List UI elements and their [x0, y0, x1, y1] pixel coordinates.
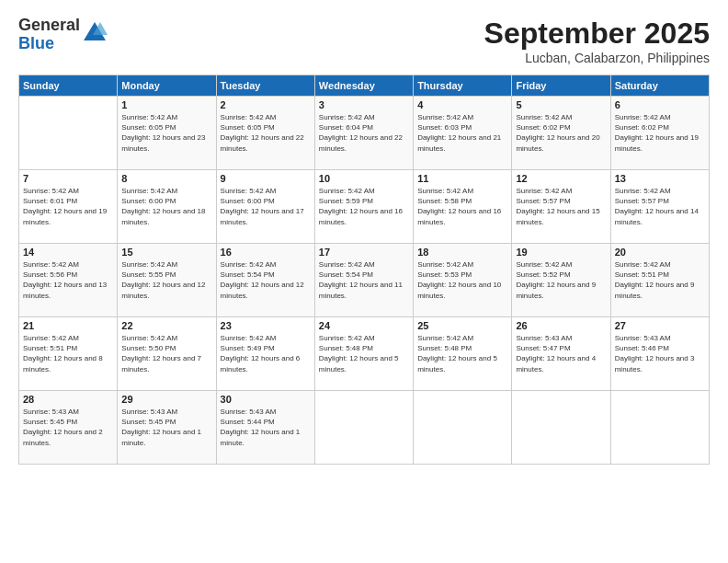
day-number: 30: [221, 394, 311, 405]
logo-text: General Blue: [18, 17, 80, 53]
day-number: 1: [121, 99, 211, 110]
day-number: 4: [417, 99, 507, 110]
day-number: 7: [23, 173, 113, 184]
header: General Blue September 2025 Lucban, Cala…: [18, 17, 710, 65]
day-info: Sunrise: 5:43 AMSunset: 5:47 PMDaylight:…: [516, 333, 606, 374]
month-title: September 2025: [484, 17, 710, 51]
day-info: Sunrise: 5:43 AMSunset: 5:44 PMDaylight:…: [221, 407, 311, 448]
day-info: Sunrise: 5:42 AMSunset: 5:54 PMDaylight:…: [319, 259, 409, 301]
day-number: 26: [516, 320, 606, 331]
table-row: 16Sunrise: 5:42 AMSunset: 5:54 PMDayligh…: [216, 244, 314, 317]
day-number: 22: [121, 320, 211, 331]
day-number: 11: [417, 173, 507, 184]
table-row: 17Sunrise: 5:42 AMSunset: 5:54 PMDayligh…: [314, 244, 413, 317]
table-row: 11Sunrise: 5:42 AMSunset: 5:58 PMDayligh…: [414, 170, 512, 244]
day-number: 5: [516, 99, 606, 110]
day-info: Sunrise: 5:42 AMSunset: 5:57 PMDaylight:…: [516, 186, 606, 227]
day-number: 3: [319, 99, 409, 110]
table-row: 18Sunrise: 5:42 AMSunset: 5:53 PMDayligh…: [414, 244, 512, 317]
table-row: 3Sunrise: 5:42 AMSunset: 6:04 PMDaylight…: [314, 97, 413, 170]
table-row: [512, 391, 610, 465]
table-row: [314, 391, 413, 465]
table-row: 8Sunrise: 5:42 AMSunset: 6:00 PMDaylight…: [118, 170, 216, 244]
day-info: Sunrise: 5:42 AMSunset: 5:51 PMDaylight:…: [23, 333, 113, 374]
day-number: 14: [23, 247, 113, 258]
logo-general: General: [18, 17, 80, 35]
day-info: Sunrise: 5:42 AMSunset: 6:03 PMDaylight:…: [417, 112, 507, 154]
day-info: Sunrise: 5:42 AMSunset: 5:59 PMDaylight:…: [319, 186, 409, 227]
day-number: 20: [615, 247, 705, 258]
logo: General Blue: [18, 17, 108, 53]
day-info: Sunrise: 5:42 AMSunset: 6:02 PMDaylight:…: [615, 112, 705, 154]
day-info: Sunrise: 5:42 AMSunset: 5:52 PMDaylight:…: [516, 259, 606, 301]
table-row: 21Sunrise: 5:42 AMSunset: 5:51 PMDayligh…: [19, 317, 118, 391]
table-row: 22Sunrise: 5:42 AMSunset: 5:50 PMDayligh…: [118, 317, 216, 391]
day-number: 8: [121, 173, 211, 184]
day-number: 18: [417, 247, 507, 258]
header-saturday: Saturday: [610, 75, 709, 97]
table-row: 9Sunrise: 5:42 AMSunset: 6:00 PMDaylight…: [216, 170, 314, 244]
day-info: Sunrise: 5:42 AMSunset: 5:53 PMDaylight:…: [417, 259, 507, 301]
table-row: 27Sunrise: 5:43 AMSunset: 5:46 PMDayligh…: [610, 317, 709, 391]
table-row: 26Sunrise: 5:43 AMSunset: 5:47 PMDayligh…: [512, 317, 610, 391]
day-info: Sunrise: 5:42 AMSunset: 6:04 PMDaylight:…: [319, 112, 409, 154]
day-number: 27: [615, 320, 705, 331]
table-row: 10Sunrise: 5:42 AMSunset: 5:59 PMDayligh…: [314, 170, 413, 244]
header-tuesday: Tuesday: [216, 75, 314, 97]
table-row: 29Sunrise: 5:43 AMSunset: 5:45 PMDayligh…: [118, 391, 216, 465]
table-row: 14Sunrise: 5:42 AMSunset: 5:56 PMDayligh…: [19, 244, 118, 317]
table-row: 6Sunrise: 5:42 AMSunset: 6:02 PMDaylight…: [610, 97, 709, 170]
day-info: Sunrise: 5:42 AMSunset: 5:48 PMDaylight:…: [319, 333, 409, 374]
header-thursday: Thursday: [414, 75, 512, 97]
day-info: Sunrise: 5:43 AMSunset: 5:45 PMDaylight:…: [121, 407, 211, 448]
table-row: 4Sunrise: 5:42 AMSunset: 6:03 PMDaylight…: [414, 97, 512, 170]
header-wednesday: Wednesday: [314, 75, 413, 97]
table-row: 23Sunrise: 5:42 AMSunset: 5:49 PMDayligh…: [216, 317, 314, 391]
calendar-body: 1Sunrise: 5:42 AMSunset: 6:05 PMDaylight…: [19, 97, 710, 465]
day-info: Sunrise: 5:42 AMSunset: 5:58 PMDaylight:…: [417, 186, 507, 227]
day-number: 25: [417, 320, 507, 331]
week-row-3: 21Sunrise: 5:42 AMSunset: 5:51 PMDayligh…: [19, 317, 710, 391]
table-row: [414, 391, 512, 465]
calendar-header: Sunday Monday Tuesday Wednesday Thursday…: [19, 75, 710, 97]
week-row-0: 1Sunrise: 5:42 AMSunset: 6:05 PMDaylight…: [19, 97, 710, 170]
day-number: 28: [23, 394, 113, 405]
table-row: 12Sunrise: 5:42 AMSunset: 5:57 PMDayligh…: [512, 170, 610, 244]
day-info: Sunrise: 5:42 AMSunset: 5:56 PMDaylight:…: [23, 259, 113, 301]
day-number: 13: [615, 173, 705, 184]
calendar-table: Sunday Monday Tuesday Wednesday Thursday…: [18, 75, 710, 465]
table-row: 2Sunrise: 5:42 AMSunset: 6:05 PMDaylight…: [216, 97, 314, 170]
table-row: 25Sunrise: 5:42 AMSunset: 5:48 PMDayligh…: [414, 317, 512, 391]
day-info: Sunrise: 5:42 AMSunset: 5:49 PMDaylight:…: [221, 333, 311, 374]
week-row-4: 28Sunrise: 5:43 AMSunset: 5:45 PMDayligh…: [19, 391, 710, 465]
day-number: 2: [221, 99, 311, 110]
title-section: September 2025 Lucban, Calabarzon, Phili…: [484, 17, 710, 65]
day-number: 23: [221, 320, 311, 331]
day-number: 19: [516, 247, 606, 258]
table-row: 30Sunrise: 5:43 AMSunset: 5:44 PMDayligh…: [216, 391, 314, 465]
day-number: 17: [319, 247, 409, 258]
table-row: 20Sunrise: 5:42 AMSunset: 5:51 PMDayligh…: [610, 244, 709, 317]
table-row: 19Sunrise: 5:42 AMSunset: 5:52 PMDayligh…: [512, 244, 610, 317]
logo-icon: [82, 20, 108, 46]
table-row: 1Sunrise: 5:42 AMSunset: 6:05 PMDaylight…: [118, 97, 216, 170]
day-info: Sunrise: 5:42 AMSunset: 6:02 PMDaylight:…: [516, 112, 606, 154]
day-info: Sunrise: 5:43 AMSunset: 5:46 PMDaylight:…: [615, 333, 705, 374]
logo-blue: Blue: [18, 35, 80, 53]
day-number: 15: [121, 247, 211, 258]
day-info: Sunrise: 5:42 AMSunset: 6:01 PMDaylight:…: [23, 186, 113, 227]
table-row: 15Sunrise: 5:42 AMSunset: 5:55 PMDayligh…: [118, 244, 216, 317]
day-info: Sunrise: 5:42 AMSunset: 6:05 PMDaylight:…: [121, 112, 211, 154]
day-info: Sunrise: 5:42 AMSunset: 5:57 PMDaylight:…: [615, 186, 705, 227]
day-info: Sunrise: 5:42 AMSunset: 5:54 PMDaylight:…: [221, 259, 311, 301]
table-row: 7Sunrise: 5:42 AMSunset: 6:01 PMDaylight…: [19, 170, 118, 244]
day-info: Sunrise: 5:42 AMSunset: 5:55 PMDaylight:…: [121, 259, 211, 301]
table-row: [19, 97, 118, 170]
day-number: 16: [221, 247, 311, 258]
week-row-2: 14Sunrise: 5:42 AMSunset: 5:56 PMDayligh…: [19, 244, 710, 317]
table-row: 28Sunrise: 5:43 AMSunset: 5:45 PMDayligh…: [19, 391, 118, 465]
day-info: Sunrise: 5:43 AMSunset: 5:45 PMDaylight:…: [23, 407, 113, 448]
table-row: 13Sunrise: 5:42 AMSunset: 5:57 PMDayligh…: [610, 170, 709, 244]
day-info: Sunrise: 5:42 AMSunset: 5:51 PMDaylight:…: [615, 259, 705, 301]
day-number: 10: [319, 173, 409, 184]
